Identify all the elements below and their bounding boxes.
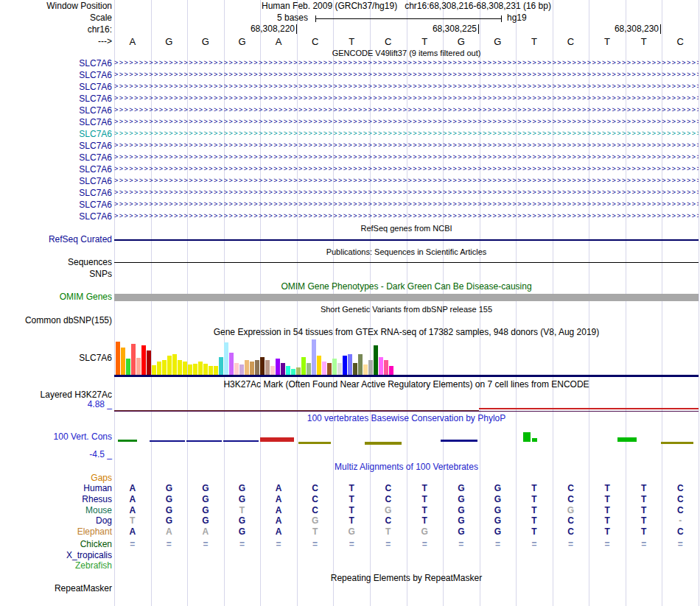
species-label-rhesus[interactable]: Rhesus (82, 495, 112, 504)
gencode-gene-label[interactable]: SLC7A6 (79, 118, 112, 127)
gtex-bar[interactable] (343, 356, 347, 375)
gtex-bar[interactable] (183, 362, 187, 375)
gtex-bar[interactable] (337, 363, 342, 375)
gtex-bar[interactable] (281, 363, 285, 375)
omim-genes-label[interactable]: OMIM Genes (60, 292, 112, 302)
gtex-bar[interactable] (245, 360, 249, 375)
gtex-bar[interactable] (219, 357, 223, 375)
gtex-bar[interactable] (188, 364, 192, 375)
gencode-gene-label[interactable]: SLC7A6 (79, 153, 112, 163)
gencode-transcript-row[interactable]: >>>>>>>>>>>>>>>>>>>>>>>>>>>>>>>>>>>>>>>>… (114, 130, 699, 138)
gtex-bar[interactable] (234, 363, 239, 375)
gtex-bar[interactable] (286, 366, 290, 375)
gencode-transcript-row[interactable]: >>>>>>>>>>>>>>>>>>>>>>>>>>>>>>>>>>>>>>>>… (114, 94, 699, 103)
gtex-bar[interactable] (167, 356, 172, 375)
gtex-bar[interactable] (312, 339, 316, 375)
gtex-bar[interactable] (172, 354, 177, 375)
repeatmasker-label[interactable]: RepeatMasker (55, 584, 112, 593)
refseq-curated-label[interactable]: RefSeq Curated (49, 235, 112, 244)
gtex-bar[interactable] (332, 359, 337, 375)
gtex-bar[interactable] (136, 358, 141, 375)
gtex-bar[interactable] (353, 363, 357, 375)
gencode-gene-label[interactable]: SLC7A6 (79, 106, 112, 116)
gtex-bar[interactable] (265, 360, 270, 375)
gencode-transcript-row[interactable]: >>>>>>>>>>>>>>>>>>>>>>>>>>>>>>>>>>>>>>>>… (114, 165, 699, 174)
species-label-x_tropicalis[interactable]: X_tropicalis (66, 551, 112, 560)
gtex-bar[interactable] (152, 365, 156, 375)
gtex-gene-label[interactable]: SLC7A6 (79, 353, 112, 363)
gencode-gene-label[interactable]: SLC7A6 (79, 200, 112, 210)
species-label-dog[interactable]: Dog (96, 516, 112, 526)
gtex-bar[interactable] (374, 345, 378, 375)
gtex-bar[interactable] (291, 369, 295, 375)
gtex-bar[interactable] (157, 362, 161, 375)
species-label-gaps[interactable]: Gaps (91, 473, 112, 483)
sequences-label[interactable]: Sequences (68, 258, 112, 267)
gencode-gene-label[interactable]: SLC7A6 (79, 82, 112, 92)
gencode-gene-label[interactable]: SLC7A6 (79, 212, 112, 222)
species-label-mouse[interactable]: Mouse (85, 506, 112, 515)
gtex-bar[interactable] (327, 363, 332, 375)
gtex-bar[interactable] (203, 364, 208, 375)
gtex-bar[interactable] (178, 360, 182, 375)
gtex-bar[interactable] (162, 360, 167, 375)
gtex-bar[interactable] (193, 364, 197, 375)
species-label-elephant[interactable]: Elephant (77, 527, 112, 537)
gtex-bar[interactable] (121, 348, 125, 375)
snps-label[interactable]: SNPs (89, 269, 112, 279)
conservation-label[interactable]: 100 Vert. Cons (54, 432, 112, 442)
gtex-bar[interactable] (389, 366, 393, 375)
gtex-bar[interactable] (209, 366, 213, 375)
gencode-transcript-row[interactable]: >>>>>>>>>>>>>>>>>>>>>>>>>>>>>>>>>>>>>>>>… (114, 106, 699, 115)
species-label-human[interactable]: Human (83, 484, 112, 493)
gencode-transcript-row[interactable]: >>>>>>>>>>>>>>>>>>>>>>>>>>>>>>>>>>>>>>>>… (114, 200, 699, 209)
omim-gene-item[interactable] (114, 294, 699, 301)
gencode-transcript-row[interactable]: >>>>>>>>>>>>>>>>>>>>>>>>>>>>>>>>>>>>>>>>… (114, 177, 699, 186)
refseq-gene-item[interactable] (114, 239, 699, 241)
gencode-gene-label[interactable]: SLC7A6 (79, 189, 112, 198)
gencode-gene-label[interactable]: SLC7A6 (79, 59, 112, 68)
gencode-gene-label[interactable]: SLC7A6 (79, 130, 112, 139)
species-label-zebrafish[interactable]: Zebrafish (75, 561, 112, 571)
gtex-bar[interactable] (322, 362, 326, 375)
gtex-bar[interactable] (384, 360, 388, 375)
gtex-bar[interactable] (116, 342, 120, 375)
gtex-bar[interactable] (255, 360, 259, 375)
gencode-transcript-row[interactable]: >>>>>>>>>>>>>>>>>>>>>>>>>>>>>>>>>>>>>>>>… (114, 59, 699, 68)
gencode-transcript-row[interactable]: >>>>>>>>>>>>>>>>>>>>>>>>>>>>>>>>>>>>>>>>… (114, 82, 699, 91)
gtex-bar[interactable] (131, 344, 136, 375)
gtex-bar[interactable] (301, 357, 306, 375)
gtex-bar[interactable] (276, 359, 280, 375)
gtex-bar[interactable] (368, 360, 373, 375)
species-label-chicken[interactable]: Chicken (80, 540, 112, 549)
gencode-gene-label[interactable]: SLC7A6 (79, 165, 112, 175)
gencode-transcript-row[interactable]: >>>>>>>>>>>>>>>>>>>>>>>>>>>>>>>>>>>>>>>>… (114, 189, 699, 197)
gtex-bar[interactable] (214, 366, 218, 375)
gtex-bar[interactable] (224, 342, 228, 375)
gencode-gene-label[interactable]: SLC7A6 (79, 141, 112, 151)
gtex-bar[interactable] (363, 364, 368, 375)
gtex-bar[interactable] (270, 366, 275, 375)
dbsnp-label[interactable]: Common dbSNP(155) (25, 316, 112, 325)
gtex-bar[interactable] (141, 345, 146, 375)
gencode-transcript-row[interactable]: >>>>>>>>>>>>>>>>>>>>>>>>>>>>>>>>>>>>>>>>… (114, 153, 699, 162)
gtex-bar[interactable] (379, 357, 383, 375)
gtex-bar[interactable] (260, 357, 265, 375)
gtex-bar[interactable] (348, 354, 352, 375)
gtex-bar[interactable] (229, 353, 234, 375)
gtex-bar[interactable] (250, 362, 254, 375)
gencode-transcript-row[interactable]: >>>>>>>>>>>>>>>>>>>>>>>>>>>>>>>>>>>>>>>>… (114, 212, 699, 221)
gencode-gene-label[interactable]: SLC7A6 (79, 71, 112, 80)
gtex-bar[interactable] (307, 363, 311, 375)
gtex-bar[interactable] (147, 350, 151, 375)
gencode-transcript-row[interactable]: >>>>>>>>>>>>>>>>>>>>>>>>>>>>>>>>>>>>>>>>… (114, 71, 699, 80)
gtex-bar[interactable] (296, 367, 301, 375)
gencode-gene-label[interactable]: SLC7A6 (79, 94, 112, 104)
gencode-transcript-row[interactable]: >>>>>>>>>>>>>>>>>>>>>>>>>>>>>>>>>>>>>>>>… (114, 141, 699, 150)
gtex-bar[interactable] (317, 356, 321, 375)
gencode-transcript-row[interactable]: >>>>>>>>>>>>>>>>>>>>>>>>>>>>>>>>>>>>>>>>… (114, 118, 699, 127)
gtex-bar[interactable] (239, 364, 244, 375)
publications-sequence-item[interactable] (114, 262, 699, 263)
gtex-bar[interactable] (126, 359, 130, 375)
gtex-bar[interactable] (198, 362, 203, 375)
